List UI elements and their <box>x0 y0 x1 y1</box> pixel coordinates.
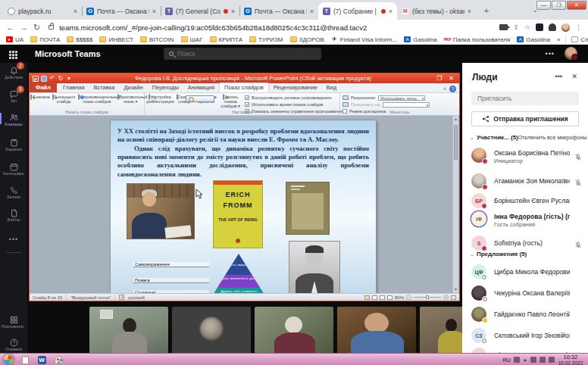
reading-view-icon[interactable] <box>380 295 385 300</box>
participant-row[interactable]: ІФ Інна Федорова (гість) (гость) Гость с… <box>471 211 582 232</box>
tab-close-icon[interactable]: × <box>468 8 471 15</box>
send-invite-button[interactable]: Отправка приглашения <box>471 111 579 126</box>
ribbon-tab-file[interactable]: Файл <box>30 83 57 92</box>
zoom-slider[interactable] <box>414 297 441 298</box>
show-hidden-icons-chevron[interactable]: ▲ <box>523 357 527 362</box>
network-icon[interactable] <box>549 357 555 363</box>
ribbon-tab-slideshow[interactable]: Показ слайдов <box>219 83 269 92</box>
tab-close-icon[interactable]: × <box>74 8 77 15</box>
action-center-icon[interactable] <box>530 357 536 363</box>
participant-video[interactable] <box>172 307 251 354</box>
bookmark-item[interactable]: ЗДОРОВ <box>290 36 324 43</box>
tab-close-icon[interactable]: × <box>231 8 235 15</box>
sidebar-item-assignments[interactable]: Задания <box>0 137 27 151</box>
checkbox-use-timings[interactable]: ✓Использовать время показа слайдов <box>245 101 339 108</box>
minimize-button[interactable]: — <box>536 1 551 10</box>
slide-sorter-view-icon[interactable] <box>372 295 377 300</box>
sidebar-item-apps[interactable]: Приложени... <box>0 314 27 329</box>
suggestion-row[interactable]: Гайдаєнко Павло Леонтійович <box>471 307 582 325</box>
language-indicator[interactable]: русский <box>128 295 145 300</box>
teams-more-options-icon[interactable]: ••• <box>546 50 555 58</box>
sidebar-item-calendar[interactable]: Календарь <box>0 161 27 176</box>
qat-dropdown-icon[interactable]: ▾ <box>66 76 72 82</box>
slideshow-view-icon[interactable] <box>387 295 393 300</box>
participant-row[interactable]: Атаманюк Зоя Миколаївна <box>471 173 582 192</box>
participant-video[interactable] <box>420 307 462 354</box>
rail-more-apps[interactable]: ••• <box>0 231 27 245</box>
bookmark-star-icon[interactable]: ☆ <box>524 23 530 31</box>
bookmark-item[interactable]: ТУРИЗМ <box>249 36 283 43</box>
profile-avatar[interactable] <box>561 23 570 32</box>
start-button[interactable] <box>4 354 14 364</box>
browser-tab-playpack[interactable]: playpack.ru × <box>3 2 82 20</box>
bookmark-item[interactable]: AGasolina <box>404 36 437 43</box>
participant-row[interactable]: БР Борінштейн Євген Руславович <box>471 193 582 211</box>
language-indicator[interactable]: RU <box>502 357 511 363</box>
ribbon-tab-animations[interactable]: Анимация <box>183 83 219 92</box>
bookmark-item[interactable]: BITCOIN <box>140 36 174 43</box>
share-icon[interactable]: ⇪ <box>513 23 519 31</box>
participant-video[interactable] <box>337 307 416 354</box>
keyboard-layout-icon[interactable] <box>514 357 520 363</box>
zoom-in-icon[interactable]: + <box>443 295 449 300</box>
extension-icon-2[interactable] <box>549 23 556 31</box>
save-icon[interactable] <box>41 76 47 82</box>
ppt-restore-button[interactable]: ❐ <box>434 75 444 82</box>
maximize-button[interactable]: ❐ <box>552 1 566 10</box>
volume-icon[interactable] <box>540 357 546 363</box>
browser-tab-general[interactable]: T (7) General (Собран × <box>161 2 239 20</box>
undo-icon[interactable]: ↶ <box>49 76 55 82</box>
bookmark-item[interactable]: ПОЧТА <box>30 36 60 43</box>
taskbar-paint-icon[interactable] <box>52 355 65 364</box>
record-slideshow-button[interactable]: Запись показа слайдов ▾ <box>219 95 242 108</box>
custom-slideshow-button[interactable]: Произвольный показ ▾ <box>117 95 143 104</box>
bookmark-item[interactable]: ✈Finland Visa Inform... <box>331 36 397 43</box>
from-current-slide-button[interactable]: С текущего слайда <box>51 95 77 104</box>
participant-row[interactable]: Оксана Борисівна Петінова Инициатор <box>471 148 582 169</box>
redo-icon[interactable]: ↻ <box>58 76 64 82</box>
resolution-dropdown[interactable]: Использовать текущ... <box>378 95 425 101</box>
suggestions-section-header[interactable]: ⌄ Предложения (5) <box>470 251 582 257</box>
ppt-close-button[interactable]: ✕ <box>446 75 456 82</box>
panel-more-options-icon[interactable]: ••• <box>555 73 562 80</box>
ribbon-tab-home[interactable]: Главная <box>58 83 89 92</box>
mic-off-icon[interactable] <box>574 151 582 164</box>
help-icon[interactable]: ? <box>449 86 456 92</box>
sidebar-item-calls[interactable]: Звонки <box>0 185 27 199</box>
bookmarks-overflow-icon[interactable]: » <box>557 36 560 43</box>
rehearse-timings-button[interactable]: Настройка времени <box>195 95 217 104</box>
address-bar[interactable]: teams.microsoft.com/_#/pre-join-calling/… <box>59 23 494 32</box>
invite-input[interactable] <box>471 92 579 105</box>
sidebar-item-teams[interactable]: Команды <box>0 112 27 126</box>
browser-tab-mail-2[interactable]: O Почта — Оксана Борис × <box>239 2 318 20</box>
browser-tab-meeting-active[interactable]: T (7) Собрание | Micro × <box>318 2 397 20</box>
bookmark-item[interactable]: $$$$$ <box>67 36 92 43</box>
broadcast-slideshow-button[interactable]: Широковещательный показ слайдов <box>78 95 116 104</box>
reading-list-button[interactable]: Список для чтения <box>571 36 588 43</box>
suggestion-row[interactable]: ЦФ Цибра Микола Федорович <box>471 264 582 282</box>
extension-icon[interactable] <box>536 23 543 31</box>
sidebar-item-chat[interactable]: 5 Чат <box>0 89 27 103</box>
setup-slideshow-button[interactable]: Настройка демонстрации <box>146 95 174 104</box>
search-input[interactable] <box>177 50 299 58</box>
tab-close-icon[interactable]: × <box>152 8 156 15</box>
suggestion-row[interactable]: СЗ Скловський Ігор Зіновійовича <box>471 328 582 346</box>
suggestion-row[interactable]: Чекуріна Оксана Валеріївна <box>471 285 582 304</box>
back-icon[interactable]: ← <box>6 23 14 32</box>
minimize-ribbon-icon[interactable]: ˄ <box>443 86 446 92</box>
bookmark-item[interactable]: ИНВЕСТ <box>99 36 133 43</box>
teams-search-box[interactable] <box>164 48 321 60</box>
spellcheck-icon[interactable] <box>119 295 124 300</box>
media-indicator-icon[interactable] <box>499 24 508 30</box>
zoom-slider-thumb[interactable] <box>426 295 429 299</box>
ribbon-tab-review[interactable]: Рецензирование <box>269 83 322 92</box>
participants-section-header[interactable]: ⌄ Участник... (5) Отключить все микрофон… <box>470 134 582 141</box>
taskbar-clock[interactable]: 10:32 10.02.2022 <box>556 354 585 365</box>
sidebar-item-activity[interactable]: 2 Действия <box>0 65 27 80</box>
mute-all-button[interactable]: Отключить все микрофоны <box>518 134 587 141</box>
bookmark-item[interactable]: PKPПапка пользователя <box>444 36 511 43</box>
bookmark-item[interactable]: ▸UA <box>6 36 23 43</box>
zoom-out-icon[interactable]: − <box>406 295 411 300</box>
from-beginning-button[interactable]: С начала <box>30 95 50 99</box>
show-on-dropdown[interactable] <box>383 102 430 108</box>
